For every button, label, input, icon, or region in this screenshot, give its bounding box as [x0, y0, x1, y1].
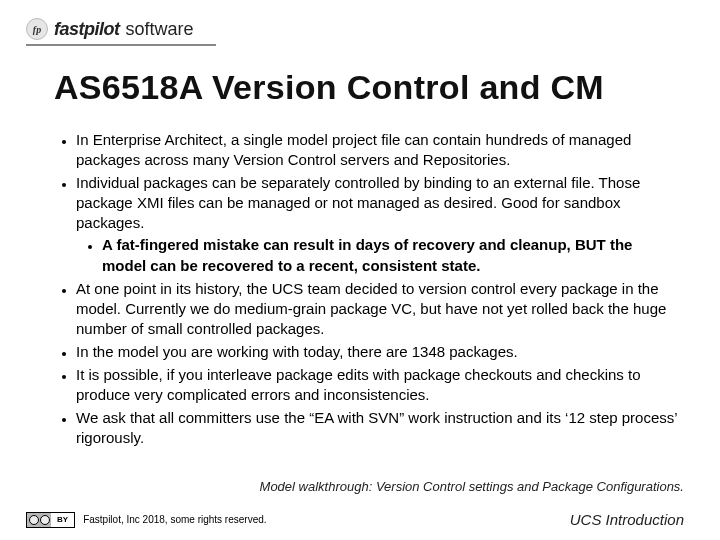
bullet-item: In Enterprise Architect, a single model …: [76, 130, 680, 170]
bullet-item: It is possible, if you interleave packag…: [76, 365, 680, 405]
bullet-item: Individual packages can be separately co…: [76, 173, 680, 275]
sub-bullet-item: A fat-fingered mistake can result in day…: [102, 235, 680, 275]
footer: BY Fastpilot, Inc 2018, some rights rese…: [26, 511, 684, 528]
footer-right-label: UCS Introduction: [570, 511, 684, 528]
footer-left: BY Fastpilot, Inc 2018, some rights rese…: [26, 512, 267, 528]
walkthrough-note: Model walkthrough: Version Control setti…: [260, 479, 684, 494]
logo-underline: [26, 44, 216, 46]
copyright-text: Fastpilot, Inc 2018, some rights reserve…: [83, 514, 266, 525]
bullet-item: In the model you are working with today,…: [76, 342, 680, 362]
bullet-item: At one point in its history, the UCS tea…: [76, 279, 680, 339]
brand-logo: fp fastpilotsoftware: [26, 18, 194, 40]
cc-icon: [27, 513, 51, 527]
slide-title: AS6518A Version Control and CM: [54, 68, 604, 107]
slide: fp fastpilotsoftware AS6518A Version Con…: [0, 0, 720, 540]
cc-by-label: BY: [51, 513, 74, 527]
cc-license-badge: BY: [26, 512, 75, 528]
bullet-item: We ask that all committers use the “EA w…: [76, 408, 680, 448]
logo-text: fastpilotsoftware: [54, 19, 194, 40]
logo-suffix: software: [126, 19, 194, 39]
logo-name: fastpilot: [54, 19, 120, 39]
bullet-text: Individual packages can be separately co…: [76, 174, 640, 231]
logo-mark: fp: [26, 18, 48, 40]
slide-body: In Enterprise Architect, a single model …: [54, 130, 680, 451]
